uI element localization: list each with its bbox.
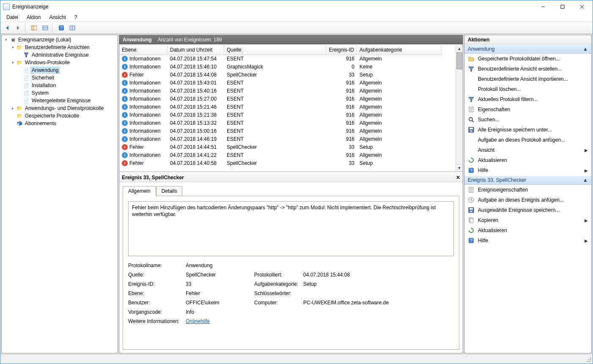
collapse-icon[interactable]: ▲ <box>583 177 588 183</box>
event-category-cell[interactable]: Allgemein <box>357 119 442 127</box>
event-level-cell[interactable]: iInformationen <box>119 103 167 111</box>
event-source-cell[interactable]: ESENT <box>224 55 326 63</box>
close-button[interactable] <box>572 0 592 13</box>
event-id-cell[interactable]: 916 <box>326 119 357 127</box>
column-level[interactable]: Ebene <box>119 45 167 55</box>
event-level-cell[interactable]: iInformationen <box>119 87 167 95</box>
scroll-thumb[interactable] <box>456 52 462 69</box>
column-datetime[interactable]: Datum und Uhrzeit <box>167 45 224 55</box>
minimize-button[interactable] <box>533 0 553 13</box>
event-datetime-cell[interactable]: 04.07.2018 15:43:01 <box>167 79 224 87</box>
event-source-cell[interactable]: ESENT <box>224 151 326 159</box>
event-datetime-cell[interactable]: 04.07.2018 15:00:16 <box>167 127 224 135</box>
event-category-cell[interactable]: Allgemein <box>357 55 442 63</box>
tree-application[interactable]: 📄Anwendung <box>17 66 117 74</box>
menu-action[interactable]: Aktion <box>22 14 45 21</box>
action-ereigniseigenschaften[interactable]: Ereigniseigenschaften <box>464 185 591 195</box>
event-category-cell[interactable]: Allgemein <box>357 111 442 119</box>
tree-forwarded[interactable]: 📄Weitergeleitete Ereignisse <box>17 97 117 104</box>
event-id-cell[interactable]: 916 <box>326 103 357 111</box>
event-datetime-cell[interactable]: 04.07.2018 15:21:38 <box>167 111 224 119</box>
action-hilfe[interactable]: ?Hilfe▶ <box>464 235 591 246</box>
column-source[interactable]: Quelle <box>224 45 326 55</box>
tab-details[interactable]: Details <box>156 186 183 196</box>
action-alle-ereignisse-speichern-unter[interactable]: Alle Ereignisse speichern unter... <box>464 125 591 135</box>
event-level-cell[interactable]: iInformationen <box>119 79 167 87</box>
action-ausgewählte-ereignisse-speichern[interactable]: Ausgewählte Ereignisse speichern... <box>464 205 591 215</box>
tree-custom-views[interactable]: ▾ 📁 Benutzerdefinierte Ansichten <box>10 44 117 51</box>
event-id-cell[interactable]: 916 <box>326 55 357 63</box>
collapse-icon[interactable]: ▲ <box>583 46 588 52</box>
toolbar-pane2-icon[interactable] <box>67 23 77 33</box>
toolbar-forward-icon[interactable] <box>13 23 23 33</box>
event-category-cell[interactable]: Allgemein <box>357 95 442 103</box>
event-category-cell[interactable]: Setup <box>357 159 442 167</box>
event-id-cell[interactable]: 916 <box>326 151 357 159</box>
titlebar[interactable]: Ereignisanzeige <box>0 0 593 13</box>
event-level-cell[interactable]: iInformationen <box>119 127 167 135</box>
menu-help[interactable]: ? <box>70 14 82 21</box>
action-aktualisieren[interactable]: Aktualisieren <box>464 155 591 165</box>
event-level-cell[interactable]: !Fehler <box>119 71 167 79</box>
event-category-cell[interactable]: Allgemein <box>357 127 442 135</box>
event-source-cell[interactable]: SpellChecker <box>224 159 326 167</box>
action-aktuelles-protokoll-filtern[interactable]: Aktuelles Protokoll filtern... <box>464 94 591 104</box>
event-level-cell[interactable]: !Fehler <box>119 143 167 151</box>
event-source-cell[interactable]: ESENT <box>224 103 326 111</box>
tree-security[interactable]: 📄Sicherheit <box>17 74 117 82</box>
event-id-cell[interactable]: 916 <box>326 135 357 143</box>
close-detail-icon[interactable]: ✕ <box>456 175 460 181</box>
event-level-cell[interactable]: iInformationen <box>119 135 167 143</box>
event-id-cell[interactable]: 916 <box>326 127 357 135</box>
event-category-cell[interactable]: Allgemein <box>357 103 442 111</box>
tab-general[interactable]: Allgemein <box>123 186 156 196</box>
action-benutzerdefinierte-ansicht-importieren[interactable]: Benutzerdefinierte Ansicht importieren..… <box>464 74 591 84</box>
actions-group-event[interactable]: Ereignis 33, SpellChecker ▲ <box>464 175 591 185</box>
action-protokoll-löschen[interactable]: Protokoll löschen... <box>464 84 591 94</box>
event-source-cell[interactable]: ESENT <box>224 87 326 95</box>
event-id-cell[interactable]: 916 <box>326 87 357 95</box>
event-datetime-cell[interactable]: 04.07.2018 15:21:46 <box>167 103 224 111</box>
event-category-cell[interactable]: Allgemein <box>357 79 442 87</box>
toolbar-help-icon[interactable]: ? <box>56 23 66 33</box>
tree-system[interactable]: 📄System <box>17 89 117 97</box>
event-level-cell[interactable]: iInformationen <box>119 55 167 63</box>
tree-app-services[interactable]: ▸ 📁 Anwendungs- und Dienstprotokolle <box>10 104 117 112</box>
tree-admin-events[interactable]: Administrative Ereignisse <box>17 51 117 59</box>
tree-windows-logs[interactable]: ▾ 📁 Windows-Protokolle <box>10 59 117 66</box>
action-aufgabe-an-dieses-ereignis-anfügen[interactable]: Aufgabe an dieses Ereignis anfügen... <box>464 195 591 205</box>
event-datetime-cell[interactable]: 04.07.2018 14:41:22 <box>167 151 224 159</box>
event-level-cell[interactable]: iInformationen <box>119 95 167 103</box>
toolbar-back-icon[interactable] <box>2 23 12 33</box>
event-datetime-cell[interactable]: 04.07.2018 14:46:19 <box>167 135 224 143</box>
event-datetime-cell[interactable]: 04.07.2018 15:13:32 <box>167 119 224 127</box>
toolbar-pane-icon[interactable] <box>40 23 50 33</box>
event-level-cell[interactable]: !Fehler <box>119 159 167 167</box>
event-datetime-cell[interactable]: 04.07.2018 14:44:51 <box>167 143 224 151</box>
column-eventid[interactable]: Ereignis-ID <box>326 45 357 55</box>
event-source-cell[interactable]: SpellChecker <box>224 71 326 79</box>
event-id-cell[interactable]: 916 <box>326 95 357 103</box>
event-category-cell[interactable]: Setup <box>357 71 442 79</box>
event-category-cell[interactable]: Allgemein <box>357 87 442 95</box>
event-category-cell[interactable]: Allgemein <box>357 135 442 143</box>
scroll-up-icon[interactable]: ▲ <box>456 45 463 52</box>
actions-group-anwendung[interactable]: Anwendung ▲ <box>464 44 591 54</box>
event-id-cell[interactable]: 33 <box>326 143 357 151</box>
event-id-cell[interactable]: 33 <box>326 71 357 79</box>
event-level-cell[interactable]: iInformationen <box>119 119 167 127</box>
action-gespeicherte-protokolldatei-öffnen[interactable]: Gespeicherte Protokolldatei öffnen... <box>464 54 591 64</box>
action-hilfe[interactable]: ?Hilfe▶ <box>464 165 591 175</box>
vertical-scrollbar[interactable]: ▲ ▼ <box>456 45 463 171</box>
action-aufgabe-an-dieses-protokoll-anfügen[interactable]: Aufgabe an dieses Protokoll anfügen... <box>464 135 591 145</box>
resize-grip-icon[interactable] <box>584 355 593 364</box>
maximize-button[interactable] <box>553 0 572 13</box>
event-source-cell[interactable]: ESENT <box>224 135 326 143</box>
tree-saved-logs[interactable]: 📁 Gespeicherte Protokolle <box>10 112 117 120</box>
tree-root[interactable]: ▾ 🖥 Ereignisanzeige (Lokal) <box>3 36 117 44</box>
collapse-icon[interactable]: ▾ <box>10 45 15 50</box>
event-datetime-cell[interactable]: 04.07.2018 15:27:00 <box>167 95 224 103</box>
action-aktualisieren[interactable]: Aktualisieren <box>464 225 591 235</box>
action-ansicht[interactable]: Ansicht▶ <box>464 145 591 155</box>
event-category-cell[interactable]: Allgemein <box>357 151 442 159</box>
